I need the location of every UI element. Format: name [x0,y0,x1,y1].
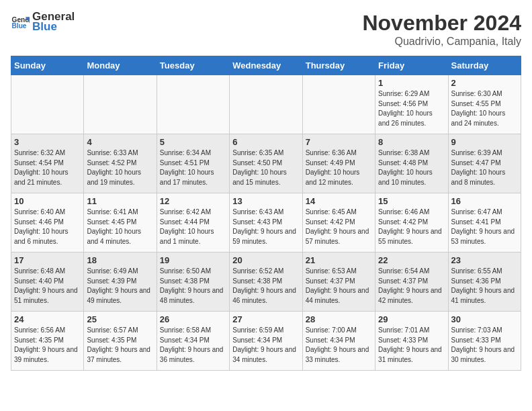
calendar-cell: 4Sunrise: 6:33 AM Sunset: 4:52 PM Daylig… [84,134,157,193]
day-number: 7 [306,137,372,147]
day-info: Sunrise: 6:35 AM Sunset: 4:50 PM Dayligh… [232,148,299,187]
logo: General Blue General Blue [11,11,75,33]
day-info: Sunrise: 6:41 AM Sunset: 4:45 PM Dayligh… [87,208,153,246]
svg-text:Blue: Blue [12,22,27,30]
day-number: 6 [232,137,299,147]
day-number: 27 [232,314,299,324]
calendar-cell: 10Sunrise: 6:40 AM Sunset: 4:46 PM Dayli… [11,193,84,253]
day-number: 15 [378,196,445,206]
day-info: Sunrise: 6:48 AM Sunset: 4:40 PM Dayligh… [14,267,81,306]
calendar-cell: 27Sunrise: 6:59 AM Sunset: 4:34 PM Dayli… [230,312,302,371]
calendar-cell: 24Sunrise: 6:56 AM Sunset: 4:35 PM Dayli… [11,312,84,371]
calendar-cell: 14Sunrise: 6:45 AM Sunset: 4:42 PM Dayli… [302,193,375,253]
day-number: 24 [14,314,81,324]
calendar-cell: 3Sunrise: 6:32 AM Sunset: 4:54 PM Daylig… [11,134,84,193]
day-number: 10 [14,196,81,206]
calendar-cell: 1Sunrise: 6:29 AM Sunset: 4:56 PM Daylig… [375,75,448,134]
title-area: November 2024 Quadrivio, Campania, Italy [362,11,521,48]
day-number: 23 [451,255,518,265]
day-info: Sunrise: 6:34 AM Sunset: 4:51 PM Dayligh… [160,148,226,187]
day-number: 21 [306,255,372,265]
calendar-cell: 6Sunrise: 6:35 AM Sunset: 4:50 PM Daylig… [230,134,302,193]
day-info: Sunrise: 6:45 AM Sunset: 4:42 PM Dayligh… [306,208,372,246]
day-info: Sunrise: 6:59 AM Sunset: 4:34 PM Dayligh… [232,326,299,365]
day-number: 19 [160,255,226,265]
day-number: 29 [378,314,445,324]
day-info: Sunrise: 6:50 AM Sunset: 4:38 PM Dayligh… [160,267,226,306]
day-number: 3 [14,137,81,147]
calendar-cell [11,75,84,134]
calendar-cell [157,75,229,134]
day-info: Sunrise: 6:36 AM Sunset: 4:49 PM Dayligh… [306,148,372,187]
day-info: Sunrise: 6:42 AM Sunset: 4:44 PM Dayligh… [160,208,226,246]
day-number: 16 [451,196,518,206]
day-info: Sunrise: 6:52 AM Sunset: 4:38 PM Dayligh… [232,267,299,306]
calendar-cell: 20Sunrise: 6:52 AM Sunset: 4:38 PM Dayli… [230,253,302,312]
weekday-header-row: SundayMondayTuesdayWednesdayThursdayFrid… [11,56,521,75]
calendar-week-row: 10Sunrise: 6:40 AM Sunset: 4:46 PM Dayli… [11,193,521,253]
calendar-cell: 15Sunrise: 6:46 AM Sunset: 4:42 PM Dayli… [375,193,448,253]
day-info: Sunrise: 6:33 AM Sunset: 4:52 PM Dayligh… [87,148,153,187]
calendar-cell: 13Sunrise: 6:43 AM Sunset: 4:43 PM Dayli… [230,193,302,253]
day-info: Sunrise: 6:43 AM Sunset: 4:43 PM Dayligh… [232,208,299,246]
calendar-cell: 8Sunrise: 6:38 AM Sunset: 4:48 PM Daylig… [375,134,448,193]
logo-icon: General Blue [11,13,30,32]
calendar-cell: 17Sunrise: 6:48 AM Sunset: 4:40 PM Dayli… [11,253,84,312]
day-info: Sunrise: 6:49 AM Sunset: 4:39 PM Dayligh… [87,267,153,306]
day-number: 26 [160,314,226,324]
day-info: Sunrise: 7:01 AM Sunset: 4:33 PM Dayligh… [378,326,445,365]
calendar-week-row: 3Sunrise: 6:32 AM Sunset: 4:54 PM Daylig… [11,134,521,193]
calendar-cell: 5Sunrise: 6:34 AM Sunset: 4:51 PM Daylig… [157,134,229,193]
day-info: Sunrise: 6:55 AM Sunset: 4:36 PM Dayligh… [451,267,518,306]
day-info: Sunrise: 7:03 AM Sunset: 4:33 PM Dayligh… [451,326,518,365]
weekday-header-thursday: Thursday [302,56,375,75]
day-number: 17 [14,255,81,265]
calendar-cell: 22Sunrise: 6:54 AM Sunset: 4:37 PM Dayli… [375,253,448,312]
weekday-header-monday: Monday [84,56,157,75]
calendar-cell: 25Sunrise: 6:57 AM Sunset: 4:35 PM Dayli… [84,312,157,371]
day-info: Sunrise: 6:30 AM Sunset: 4:55 PM Dayligh… [451,89,518,128]
calendar-cell [84,75,157,134]
day-number: 5 [160,137,226,147]
day-number: 14 [306,196,372,206]
calendar-cell: 28Sunrise: 7:00 AM Sunset: 4:34 PM Dayli… [302,312,375,371]
calendar-cell: 12Sunrise: 6:42 AM Sunset: 4:44 PM Dayli… [157,193,229,253]
day-number: 2 [451,78,518,88]
day-info: Sunrise: 6:47 AM Sunset: 4:41 PM Dayligh… [451,208,518,246]
calendar-cell: 21Sunrise: 6:53 AM Sunset: 4:37 PM Dayli… [302,253,375,312]
calendar-subtitle: Quadrivio, Campania, Italy [362,36,521,48]
day-number: 12 [160,196,226,206]
day-number: 11 [87,196,153,206]
calendar-title: November 2024 [362,11,521,36]
calendar-cell: 29Sunrise: 7:01 AM Sunset: 4:33 PM Dayli… [375,312,448,371]
day-info: Sunrise: 6:29 AM Sunset: 4:56 PM Dayligh… [378,89,445,128]
weekday-header-sunday: Sunday [11,56,84,75]
calendar-cell [230,75,302,134]
calendar-week-row: 17Sunrise: 6:48 AM Sunset: 4:40 PM Dayli… [11,253,521,312]
day-number: 4 [87,137,153,147]
weekday-header-friday: Friday [375,56,448,75]
day-info: Sunrise: 6:58 AM Sunset: 4:34 PM Dayligh… [160,326,226,365]
header: General Blue General Blue November 2024 … [11,11,521,48]
calendar-cell: 11Sunrise: 6:41 AM Sunset: 4:45 PM Dayli… [84,193,157,253]
day-number: 9 [451,137,518,147]
day-number: 28 [306,314,372,324]
calendar-table: SundayMondayTuesdayWednesdayThursdayFrid… [11,56,521,371]
calendar-cell [302,75,375,134]
day-number: 25 [87,314,153,324]
day-number: 1 [378,78,445,88]
day-info: Sunrise: 6:39 AM Sunset: 4:47 PM Dayligh… [451,148,518,187]
day-number: 8 [378,137,445,147]
day-info: Sunrise: 6:53 AM Sunset: 4:37 PM Dayligh… [306,267,372,306]
day-number: 13 [232,196,299,206]
day-info: Sunrise: 7:00 AM Sunset: 4:34 PM Dayligh… [306,326,372,365]
weekday-header-wednesday: Wednesday [230,56,302,75]
day-number: 22 [378,255,445,265]
calendar-week-row: 24Sunrise: 6:56 AM Sunset: 4:35 PM Dayli… [11,312,521,371]
weekday-header-saturday: Saturday [448,56,521,75]
calendar-cell: 7Sunrise: 6:36 AM Sunset: 4:49 PM Daylig… [302,134,375,193]
calendar-cell: 18Sunrise: 6:49 AM Sunset: 4:39 PM Dayli… [84,253,157,312]
day-info: Sunrise: 6:54 AM Sunset: 4:37 PM Dayligh… [378,267,445,306]
logo-blue-text: Blue [32,21,75,34]
calendar-week-row: 1Sunrise: 6:29 AM Sunset: 4:56 PM Daylig… [11,75,521,134]
